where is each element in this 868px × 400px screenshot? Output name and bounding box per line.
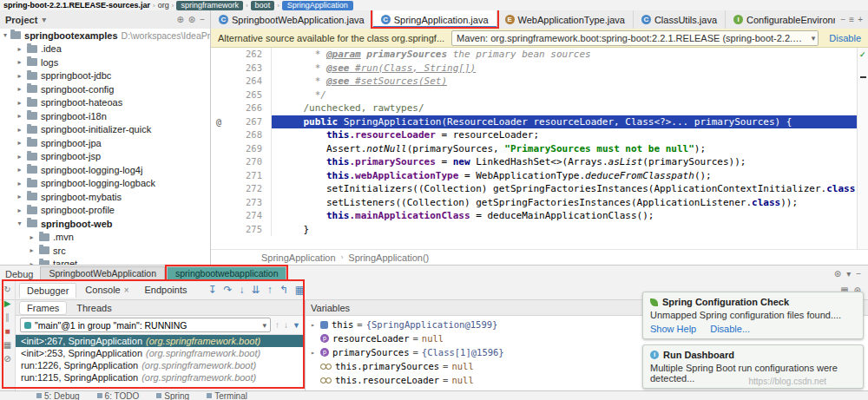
- chevron-right-icon[interactable]: ▸: [16, 180, 23, 187]
- line-number-gutter[interactable]: 265: [211, 89, 272, 102]
- chevron-right-icon[interactable]: ▸: [28, 246, 36, 254]
- chevron-down-icon[interactable]: ▾: [42, 15, 46, 24]
- editor-scrollbar[interactable]: ✓: [857, 48, 868, 250]
- plus-icon[interactable]: +: [858, 15, 863, 24]
- debug-session-tab[interactable]: springbootwebapplication: [167, 266, 287, 280]
- toolwindow-button[interactable]: 6: TODO: [97, 391, 140, 400]
- project-tree-item[interactable]: ▸springboot-jsp: [0, 150, 210, 164]
- thread-selector[interactable]: "main"@1 in group "main": RUNNING ▾: [20, 318, 271, 332]
- code-text[interactable]: Assert.notNull(primarySources, "PrimaryS…: [272, 142, 858, 156]
- chevron-right-icon[interactable]: ▸: [16, 112, 23, 120]
- line-number-gutter[interactable]: 263: [211, 62, 272, 75]
- chevron-right-icon[interactable]: ▸: [16, 207, 23, 214]
- project-tree-item[interactable]: ▸springboot-logging-logback: [0, 177, 210, 191]
- gear-icon[interactable]: ⊛: [834, 269, 841, 279]
- chevron-right-icon[interactable]: ▸: [309, 349, 317, 357]
- debug-session-tab[interactable]: SpringbootWebApplication: [40, 266, 165, 280]
- code-line[interactable]: 266 /unchecked, rawtypes/: [211, 102, 858, 115]
- code-text[interactable]: setInitializers((Collection) getSpringFa…: [272, 182, 858, 196]
- code-text[interactable]: this.mainApplicationClass = deduceMainAp…: [272, 209, 858, 223]
- locate-file-icon[interactable]: ⊕: [176, 15, 183, 24]
- grid-icon[interactable]: ▦: [3, 340, 11, 350]
- chevron-right-icon[interactable]: ▸: [16, 126, 23, 134]
- code-text[interactable]: */: [272, 89, 858, 102]
- code-line[interactable]: 275 }: [211, 223, 858, 237]
- chevron-right-icon[interactable]: ▸: [28, 233, 36, 241]
- code-text[interactable]: * @see #run(Class, String[]): [272, 62, 858, 75]
- code-text[interactable]: * @see #setSources(Set): [272, 75, 858, 89]
- project-tree-item[interactable]: ▾springbootexamples D:\workspaces\IdeaPr…: [0, 29, 210, 43]
- line-number-gutter[interactable]: 275: [211, 223, 272, 237]
- line-number-gutter[interactable]: 271: [211, 169, 272, 183]
- stack-frame-row[interactable]: run:1226, SpringApplication(org.springfr…: [16, 359, 305, 371]
- code-text[interactable]: public SpringApplication(ResourceLoader …: [272, 115, 858, 129]
- line-number-gutter[interactable]: @267: [211, 115, 272, 129]
- debug-view-tab[interactable]: Console×: [78, 283, 135, 297]
- code-line[interactable]: 268 this.resourceLoader = resourceLoader…: [211, 128, 858, 142]
- run-to-cursor-icon[interactable]: ↰: [279, 284, 288, 296]
- code-line[interactable]: 264 * @see #setSources(Set): [211, 75, 858, 89]
- chevron-right-icon[interactable]: ▸: [309, 321, 317, 329]
- project-tree-item[interactable]: ▸sppringboot-jdbc: [0, 69, 210, 83]
- code-line[interactable]: @267 public SpringApplication(ResourceLo…: [211, 115, 858, 129]
- editor-tab[interactable]: CSpringApplication.java: [373, 10, 497, 29]
- stack-frame-row[interactable]: <init>:267, SpringApplication(org.spring…: [16, 335, 305, 347]
- chevron-right-icon[interactable]: ▸: [16, 99, 23, 107]
- line-number-gutter[interactable]: 264: [211, 75, 272, 89]
- frame-down-icon[interactable]: ↓: [284, 320, 288, 330]
- disable-link[interactable]: Disable: [829, 33, 861, 43]
- pause-icon[interactable]: ∥: [5, 312, 10, 322]
- code-text[interactable]: setListeners((Collection) getSpringFacto…: [272, 196, 858, 210]
- top-breadcrumb-item[interactable]: SpringApplication: [282, 1, 353, 10]
- toolwindow-button[interactable]: Terminal: [207, 391, 247, 400]
- chevron-right-icon[interactable]: ▸: [16, 139, 23, 147]
- grid-icon[interactable]: ▦: [295, 284, 305, 296]
- code-text[interactable]: this.primarySources = new LinkedHashSet<…: [272, 155, 858, 169]
- rerun-icon[interactable]: ↻: [3, 285, 10, 294]
- line-number-gutter[interactable]: 268: [211, 128, 272, 142]
- resume-icon[interactable]: ▶: [4, 298, 11, 308]
- code-line[interactable]: 265 */: [211, 89, 858, 102]
- project-tree-item[interactable]: ▸src: [0, 244, 210, 258]
- code-text[interactable]: /unchecked, rawtypes/: [272, 102, 858, 115]
- chevron-right-icon[interactable]: ▸: [16, 58, 23, 66]
- project-tree-item[interactable]: ▸.mvn: [0, 231, 210, 245]
- step-into-icon[interactable]: ↓: [240, 284, 245, 296]
- hidden-tabs-icon[interactable]: −: [840, 15, 845, 24]
- mute-icon[interactable]: ⊘: [3, 354, 10, 364]
- chevron-down-icon[interactable]: ▾: [846, 269, 851, 279]
- maven-source-combo[interactable]: Maven: org.springframework.boot:spring-b…: [451, 30, 819, 46]
- top-breadcrumb-item[interactable]: springframework: [176, 1, 243, 10]
- stop-icon[interactable]: ■: [4, 326, 10, 336]
- frame-up-icon[interactable]: ↑: [275, 320, 279, 330]
- line-number-gutter[interactable]: 272: [211, 182, 272, 196]
- project-tree-item[interactable]: ▸springboot-hateoas: [0, 96, 210, 110]
- code-text[interactable]: * @param primarySources the primary bean…: [272, 48, 858, 62]
- editor-tab[interactable]: EWebApplicationType.java: [497, 10, 634, 29]
- chevron-right-icon[interactable]: ▸: [16, 166, 23, 174]
- chevron-down-icon[interactable]: ▾: [16, 220, 23, 227]
- tab-frames[interactable]: Frames: [19, 301, 67, 315]
- filter-frames-icon[interactable]: ▼: [293, 321, 300, 330]
- top-breadcrumb-item[interactable]: spring-boot-2.2.1.RELEASE-sources.jar: [3, 1, 150, 10]
- project-tree-item[interactable]: ▸springboot-logging-log4j: [0, 163, 210, 177]
- editor-tab[interactable]: IConfigurableEnvironment.java: [726, 10, 835, 29]
- editor-breadcrumb-item[interactable]: SpringApplication: [261, 252, 336, 263]
- code-line[interactable]: 271 this.webApplicationType = WebApplica…: [211, 169, 858, 183]
- code-line[interactable]: 263 * @see #run(Class, String[]): [211, 62, 858, 75]
- project-tree-item[interactable]: ▸springboot-initializer-quick: [0, 123, 210, 137]
- code-line[interactable]: 274 this.mainApplicationClass = deduceMa…: [211, 209, 858, 223]
- toolwindow-button[interactable]: Spring: [156, 391, 189, 400]
- project-tree-item[interactable]: ▸springboot-jpa: [0, 136, 210, 150]
- menu-icon[interactable]: ≡: [849, 15, 854, 24]
- code-text[interactable]: this.webApplicationType = WebApplication…: [272, 169, 858, 183]
- show-exec-icon[interactable]: ↧: [207, 284, 216, 296]
- force-step-into-icon[interactable]: ⇊: [252, 284, 260, 296]
- project-tree-item[interactable]: ▸springboot-config: [0, 82, 210, 96]
- editor-tab[interactable]: CClassUtils.java: [634, 10, 726, 29]
- collapse-all-icon[interactable]: −: [200, 15, 205, 24]
- code-line[interactable]: 272 setInitializers((Collection) getSpri…: [211, 182, 858, 196]
- code-text[interactable]: this.resourceLoader = resourceLoader;: [272, 128, 858, 142]
- code-line[interactable]: 269 Assert.notNull(primarySources, "Prim…: [211, 142, 858, 156]
- editor-breadcrumb-item[interactable]: SpringApplication(): [348, 252, 429, 263]
